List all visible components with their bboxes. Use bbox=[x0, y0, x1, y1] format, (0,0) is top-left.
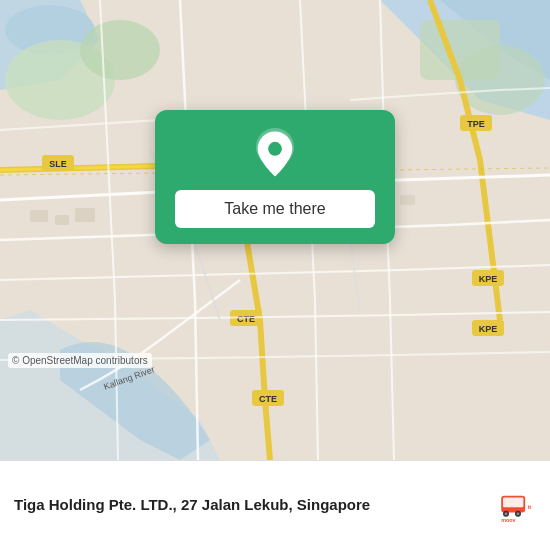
svg-rect-28 bbox=[503, 497, 523, 507]
map-pin-icon bbox=[249, 128, 301, 180]
svg-point-26 bbox=[268, 142, 282, 156]
business-text: Tiga Holding Pte. LTD., 27 Jalan Lekub, … bbox=[14, 496, 488, 515]
svg-rect-19 bbox=[30, 210, 48, 222]
svg-rect-21 bbox=[75, 208, 95, 222]
moovit-logo-icon: it moov bbox=[500, 488, 536, 524]
take-me-there-button[interactable]: Take me there bbox=[175, 190, 375, 228]
moovit-logo: it moov bbox=[500, 488, 536, 524]
svg-point-30 bbox=[505, 512, 508, 515]
business-info: Tiga Holding Pte. LTD., 27 Jalan Lekub, … bbox=[14, 488, 536, 524]
svg-text:SLE: SLE bbox=[49, 159, 67, 169]
svg-text:TPE: TPE bbox=[467, 119, 485, 129]
svg-point-32 bbox=[517, 512, 520, 515]
svg-text:CTE: CTE bbox=[237, 314, 255, 324]
map-container: SLE TPE KPE KPE CTE CTE Kallang River bbox=[0, 0, 550, 460]
svg-text:moov: moov bbox=[501, 517, 515, 523]
svg-rect-24 bbox=[400, 195, 415, 205]
business-name: Tiga Holding Pte. LTD., 27 Jalan Lekub, … bbox=[14, 496, 488, 513]
svg-text:it: it bbox=[528, 504, 532, 510]
map-attribution: © OpenStreetMap contributors bbox=[8, 353, 152, 368]
svg-text:KPE: KPE bbox=[479, 274, 498, 284]
svg-point-3 bbox=[80, 20, 160, 80]
svg-text:CTE: CTE bbox=[259, 394, 277, 404]
bottom-bar: Tiga Holding Pte. LTD., 27 Jalan Lekub, … bbox=[0, 460, 550, 550]
svg-text:KPE: KPE bbox=[479, 324, 498, 334]
svg-rect-20 bbox=[55, 215, 69, 225]
location-card: Take me there bbox=[155, 110, 395, 244]
